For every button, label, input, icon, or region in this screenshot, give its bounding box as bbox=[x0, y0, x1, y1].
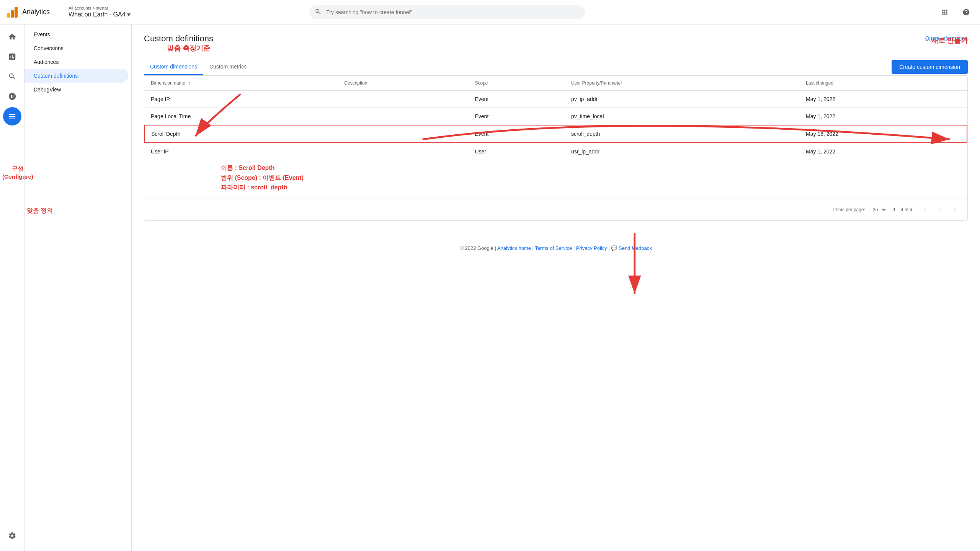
search-input[interactable] bbox=[309, 5, 585, 19]
create-custom-dimension-button[interactable]: Create custom dimension bbox=[892, 60, 968, 74]
privacy-policy-link[interactable]: Privacy Policy bbox=[576, 245, 607, 251]
nav-reports[interactable] bbox=[3, 47, 21, 66]
sidebar-item-custom-definitions[interactable]: Custom definitions bbox=[24, 69, 128, 83]
analytics-logo-icon bbox=[6, 6, 18, 18]
property-selector[interactable]: All accounts > swstar What on Earth - GA… bbox=[62, 6, 131, 19]
prev-page-button[interactable] bbox=[934, 204, 946, 216]
table-container: Dimension name ↑ Description Scope User … bbox=[144, 75, 968, 221]
feedback-icon: 💬 bbox=[611, 245, 617, 251]
cell-parameter: scroll_depth bbox=[565, 125, 800, 143]
dimensions-table: Dimension name ↑ Description Scope User … bbox=[144, 76, 967, 160]
cell-last-changed: May 1, 2022 bbox=[800, 108, 967, 126]
col-header-last-changed: Last changed bbox=[800, 76, 967, 91]
table-row[interactable]: Page IP Event pv_ip_addr May 1, 2022 bbox=[145, 91, 967, 108]
cell-parameter: pv_time_local bbox=[565, 108, 800, 126]
icon-nav bbox=[0, 24, 24, 551]
cell-name: Page IP bbox=[145, 91, 338, 108]
nav-home[interactable] bbox=[3, 28, 21, 46]
sidebar-item-debugview[interactable]: DebugView bbox=[24, 83, 128, 96]
cell-description bbox=[338, 108, 469, 126]
sidebar-item-conversions[interactable]: Conversions bbox=[24, 41, 128, 55]
breadcrumb: All accounts > swstar bbox=[69, 6, 131, 10]
cell-description bbox=[338, 125, 469, 143]
cell-description bbox=[338, 91, 469, 108]
cell-scope: Event bbox=[469, 91, 565, 108]
cell-name: Scroll Depth bbox=[145, 125, 338, 143]
quota-information-link[interactable]: Quota information bbox=[925, 35, 968, 41]
search-icon bbox=[315, 8, 322, 16]
page-title: Custom definitions bbox=[144, 34, 213, 44]
nav-explore[interactable] bbox=[3, 67, 21, 86]
sidebar: Events Conversions Audiences Custom defi… bbox=[24, 24, 132, 551]
cell-parameter: pv_ip_addr bbox=[565, 91, 800, 108]
search-bar bbox=[309, 5, 585, 19]
first-page-button[interactable] bbox=[918, 204, 931, 216]
cell-name: Page Local Time bbox=[145, 108, 338, 126]
cell-name: User IP bbox=[145, 143, 338, 160]
svg-rect-0 bbox=[7, 13, 10, 18]
cell-last-changed: May 18, 2022 bbox=[800, 125, 967, 143]
tab-custom-dimensions[interactable]: Custom dimensions bbox=[144, 59, 203, 75]
copyright-text: © 2022 Google | bbox=[460, 245, 496, 251]
col-header-dimension-name: Dimension name ↑ bbox=[145, 76, 338, 91]
header: Analytics All accounts > swstar What on … bbox=[0, 0, 980, 24]
cell-scope: Event bbox=[469, 125, 565, 143]
annotation-scroll-depth-detail: 이름 : Scroll Depth 범위 (Scope) : 이벤트 (Even… bbox=[144, 160, 967, 199]
next-page-button[interactable] bbox=[949, 204, 961, 216]
chevron-down-icon: ▾ bbox=[127, 10, 131, 19]
pagination-controls bbox=[918, 204, 961, 216]
terms-of-service-link[interactable]: Terms of Service bbox=[535, 245, 572, 251]
header-actions bbox=[937, 5, 974, 20]
sort-icon: ↑ bbox=[188, 80, 190, 86]
table-row-highlighted[interactable]: Scroll Depth Event scroll_depth May 18, … bbox=[145, 125, 967, 143]
app-title: Analytics bbox=[22, 8, 50, 16]
send-feedback-link[interactable]: Send feedback bbox=[619, 245, 652, 251]
nav-advertising[interactable] bbox=[3, 87, 21, 106]
tab-custom-metrics[interactable]: Custom metrics bbox=[203, 59, 253, 75]
property-name[interactable]: What on Earth - GA4 ▾ bbox=[69, 10, 131, 19]
tabs-bar: Custom dimensions Custom metrics Create … bbox=[144, 59, 968, 75]
cell-description bbox=[338, 143, 469, 160]
cell-scope: Event bbox=[469, 108, 565, 126]
col-header-user-property: User Property/Parameter bbox=[565, 76, 800, 91]
col-header-scope: Scope bbox=[469, 76, 565, 91]
main-layout: Events Conversions Audiences Custom defi… bbox=[0, 24, 980, 551]
table-row[interactable]: User IP User usr_ip_addr May 1, 2022 bbox=[145, 143, 967, 160]
items-per-page-label: Items per page: bbox=[833, 207, 865, 212]
apps-icon-button[interactable] bbox=[937, 5, 952, 20]
table-row[interactable]: Page Local Time Event pv_time_local May … bbox=[145, 108, 967, 126]
page-range: 1 – 4 of 4 bbox=[893, 207, 912, 212]
svg-rect-2 bbox=[15, 7, 18, 18]
items-per-page-select[interactable]: 25 50 100 bbox=[871, 207, 887, 213]
col-header-description: Description bbox=[338, 76, 469, 91]
help-icon-button[interactable] bbox=[959, 5, 974, 20]
nav-settings[interactable] bbox=[3, 527, 21, 545]
sidebar-item-audiences[interactable]: Audiences bbox=[24, 55, 128, 69]
analytics-home-link[interactable]: Analytics home bbox=[497, 245, 531, 251]
cell-last-changed: May 1, 2022 bbox=[800, 91, 967, 108]
pagination: Items per page: 25 50 100 1 – 4 of 4 bbox=[144, 199, 967, 220]
footer: © 2022 Google | Analytics home | Terms o… bbox=[144, 236, 968, 260]
cell-parameter: usr_ip_addr bbox=[565, 143, 800, 160]
nav-configure[interactable] bbox=[3, 107, 21, 126]
sidebar-item-events[interactable]: Events bbox=[24, 28, 128, 41]
cell-last-changed: May 1, 2022 bbox=[800, 143, 967, 160]
main-content: Custom definitions Quota information 맞춤 … bbox=[132, 24, 980, 551]
svg-rect-1 bbox=[11, 10, 14, 18]
cell-scope: User bbox=[469, 143, 565, 160]
logo-area: Analytics bbox=[6, 6, 56, 18]
